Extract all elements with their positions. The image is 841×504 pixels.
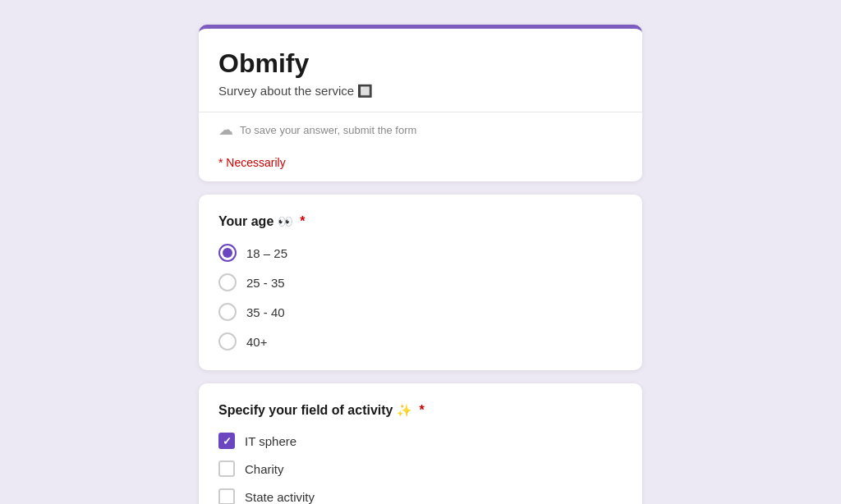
radio-3540-label: 35 - 40 <box>246 305 285 319</box>
eyes-emoji: 👀 <box>278 214 293 228</box>
sparkle-emoji: ✨ <box>397 403 412 417</box>
age-radio-group: 18 – 25 25 - 35 35 - 40 40+ <box>218 244 623 351</box>
radio-1825-label: 18 – 25 <box>246 246 287 260</box>
activity-checkbox-group: ✓ IT sphere Charity State activity Crypt… <box>218 433 623 504</box>
activity-required-star: * <box>419 403 424 417</box>
checkbox-it: ✓ <box>218 433 235 449</box>
activity-question-title: Specify your field of activity ✨ * <box>218 403 623 418</box>
cloud-icon: ☁ <box>218 121 233 139</box>
radio-2535-outer <box>218 273 237 291</box>
header-card: Obmify Survey about the service 🔲 ☁ To s… <box>199 25 642 181</box>
radio-2535-label: 25 - 35 <box>246 276 285 290</box>
activity-question-card: Specify your field of activity ✨ * ✓ IT … <box>199 383 642 504</box>
age-option-2535[interactable]: 25 - 35 <box>218 273 623 291</box>
checkbox-state-label: State activity <box>245 490 315 504</box>
activity-option-state[interactable]: State activity <box>218 488 623 504</box>
age-option-40plus[interactable]: 40+ <box>218 332 623 351</box>
radio-1825-outer <box>218 244 237 262</box>
header-content: Obmify Survey about the service 🔲 <box>199 29 642 112</box>
radio-40plus-label: 40+ <box>246 335 267 349</box>
checkbox-charity <box>218 460 235 477</box>
save-row: ☁ To save your answer, submit the form <box>199 112 642 147</box>
activity-option-charity[interactable]: Charity <box>218 460 623 477</box>
age-option-3540[interactable]: 35 - 40 <box>218 303 623 321</box>
checkmark-it: ✓ <box>223 436 232 447</box>
necessarily-row: * Necessarily <box>199 147 642 181</box>
necessarily-label: * Necessarily <box>218 156 286 169</box>
checkbox-state <box>218 488 235 504</box>
save-text: To save your answer, submit the form <box>240 124 416 136</box>
radio-40plus-outer <box>218 332 237 351</box>
radio-1825-inner <box>223 248 232 258</box>
app-title: Obmify <box>218 48 623 79</box>
app-subtitle: Survey about the service 🔲 <box>218 84 623 99</box>
age-question-card: Your age 👀 * 18 – 25 25 - 35 35 - 40 <box>199 195 642 370</box>
age-question-title: Your age 👀 * <box>218 214 623 229</box>
age-option-1825[interactable]: 18 – 25 <box>218 244 623 262</box>
activity-option-it[interactable]: ✓ IT sphere <box>218 433 623 449</box>
radio-3540-outer <box>218 303 237 321</box>
checkbox-it-label: IT sphere <box>245 434 296 448</box>
age-required-star: * <box>300 214 305 228</box>
checkbox-charity-label: Charity <box>245 462 284 476</box>
page-container: Obmify Survey about the service 🔲 ☁ To s… <box>199 25 642 504</box>
